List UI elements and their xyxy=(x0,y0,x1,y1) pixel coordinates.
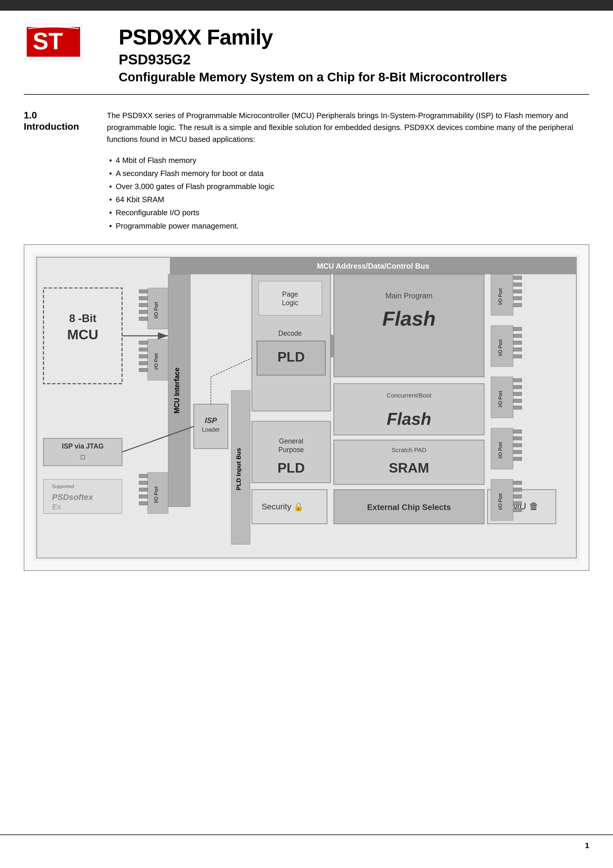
svg-text:I/O Port: I/O Port xyxy=(498,391,503,407)
svg-rect-99 xyxy=(513,457,522,461)
bullet-list: 4 Mbit of Flash memory A secondary Flash… xyxy=(107,154,589,232)
svg-rect-35 xyxy=(139,355,148,358)
svg-text:Purpose: Purpose xyxy=(278,446,304,453)
svg-rect-82 xyxy=(513,334,522,338)
logo-area: ST xyxy=(24,23,101,62)
svg-text:External Chip Selects: External Chip Selects xyxy=(367,502,451,512)
header-content: ST PSD9XX Family PSD935G2 Configurable M… xyxy=(0,11,613,94)
svg-text:Decode: Decode xyxy=(278,330,302,337)
svg-rect-92 xyxy=(513,406,522,409)
svg-text:PLD Input Bus: PLD Input Bus xyxy=(235,448,242,490)
svg-rect-36 xyxy=(139,361,148,365)
svg-text:Flash: Flash xyxy=(387,409,431,428)
svg-rect-44 xyxy=(139,501,148,505)
svg-text:Logic: Logic xyxy=(282,299,298,306)
list-item: Reconfigurable I/O ports xyxy=(107,206,589,219)
svg-text:I/O Port: I/O Port xyxy=(153,302,159,318)
footer: 1 xyxy=(0,834,613,850)
st-logo: ST xyxy=(24,23,83,61)
svg-rect-83 xyxy=(513,341,522,344)
svg-text:PLD: PLD xyxy=(277,349,305,364)
svg-rect-85 xyxy=(513,355,522,358)
svg-text:General: General xyxy=(279,437,303,445)
svg-text:SRAM: SRAM xyxy=(389,460,429,476)
svg-text:8 -Bit: 8 -Bit xyxy=(69,312,96,324)
section-label: 1.0 Introduction xyxy=(24,110,89,232)
svg-text:Scratch PAD: Scratch PAD xyxy=(392,446,426,453)
svg-rect-77 xyxy=(513,296,522,300)
svg-text:I/O Port: I/O Port xyxy=(498,442,503,458)
list-item: Programmable power management. xyxy=(107,219,589,232)
svg-rect-42 xyxy=(139,488,148,491)
desc-title: Configurable Memory System on a Chip for… xyxy=(119,70,589,85)
svg-rect-76 xyxy=(513,290,522,293)
svg-rect-43 xyxy=(139,494,148,498)
svg-rect-74 xyxy=(513,276,522,280)
svg-rect-37 xyxy=(139,368,148,372)
svg-text:Loader: Loader xyxy=(202,426,220,432)
svg-rect-90 xyxy=(513,392,522,396)
svg-rect-103 xyxy=(513,488,522,491)
svg-rect-41 xyxy=(139,481,148,484)
list-item: 4 Mbit of Flash memory xyxy=(107,154,589,167)
svg-rect-97 xyxy=(513,443,522,447)
svg-text:I/O Port: I/O Port xyxy=(498,288,503,305)
svg-rect-88 xyxy=(513,378,522,382)
svg-text:ISP: ISP xyxy=(205,416,217,425)
page-number: 1 xyxy=(585,841,589,850)
svg-text:MCU Interface: MCU Interface xyxy=(173,367,181,414)
list-item: A secondary Flash memory for boot or dat… xyxy=(107,167,589,180)
svg-rect-95 xyxy=(513,430,522,433)
svg-rect-40 xyxy=(139,474,148,477)
list-item: 64 Kbit SRAM xyxy=(107,193,589,206)
svg-rect-91 xyxy=(513,399,522,403)
list-item: Over 3,000 gates of Flash programmable l… xyxy=(107,180,589,193)
svg-text:Security 🔒: Security 🔒 xyxy=(262,502,304,512)
header-bar xyxy=(0,0,613,11)
svg-rect-75 xyxy=(513,283,522,287)
svg-text:Page: Page xyxy=(282,290,298,298)
svg-rect-84 xyxy=(513,347,522,351)
block-diagram-svg: MCU Address/Data/Control Bus 8 -Bit MCU … xyxy=(33,254,580,561)
svg-rect-46 xyxy=(259,281,322,315)
svg-rect-26 xyxy=(139,290,148,293)
svg-rect-81 xyxy=(513,327,522,331)
svg-rect-78 xyxy=(513,304,522,307)
svg-rect-28 xyxy=(139,304,148,307)
diagram-box: MCU Address/Data/Control Bus 8 -Bit MCU … xyxy=(24,244,589,571)
svg-rect-27 xyxy=(139,296,148,300)
svg-text:ISP via JTAG: ISP via JTAG xyxy=(62,442,104,450)
svg-rect-33 xyxy=(139,341,148,344)
svg-rect-105 xyxy=(513,501,522,505)
svg-text:Ex: Ex xyxy=(52,502,62,511)
svg-text:Main Program: Main Program xyxy=(385,291,433,299)
svg-rect-104 xyxy=(513,494,522,498)
main-content: 1.0 Introduction The PSD9XX series of Pr… xyxy=(0,95,613,244)
svg-text:Flash: Flash xyxy=(382,307,436,330)
main-title: PSD9XX Family xyxy=(119,26,589,49)
svg-text:Supported: Supported xyxy=(52,483,74,488)
diagram-wrapper: MCU Address/Data/Control Bus 8 -Bit MCU … xyxy=(0,244,613,586)
svg-rect-106 xyxy=(513,508,522,512)
section-number: 1.0 xyxy=(24,110,89,121)
svg-text:I/O Port: I/O Port xyxy=(498,339,503,356)
svg-rect-89 xyxy=(513,385,522,389)
svg-rect-29 xyxy=(139,310,148,314)
title-area: PSD9XX Family PSD935G2 Configurable Memo… xyxy=(101,23,589,85)
svg-text:◻: ◻ xyxy=(80,453,85,460)
svg-text:I/O Port: I/O Port xyxy=(153,486,159,503)
svg-rect-30 xyxy=(139,317,148,321)
svg-rect-98 xyxy=(513,450,522,454)
svg-rect-96 xyxy=(513,437,522,440)
svg-text:Concurrent/Boot: Concurrent/Boot xyxy=(387,392,432,398)
section-body: The PSD9XX series of Programmable Microc… xyxy=(107,110,589,232)
svg-text:PSDsoftex: PSDsoftex xyxy=(52,493,93,502)
svg-text:MCU: MCU xyxy=(67,327,98,342)
sub-title: PSD935G2 xyxy=(119,51,589,68)
svg-text:PLD: PLD xyxy=(277,460,305,476)
svg-text:I/O Port: I/O Port xyxy=(498,493,503,510)
svg-text:MCU Address/Data/Control Bus: MCU Address/Data/Control Bus xyxy=(317,262,429,270)
intro-paragraph: The PSD9XX series of Programmable Microc… xyxy=(107,110,589,146)
svg-rect-102 xyxy=(513,481,522,484)
svg-text:ST: ST xyxy=(33,28,63,54)
